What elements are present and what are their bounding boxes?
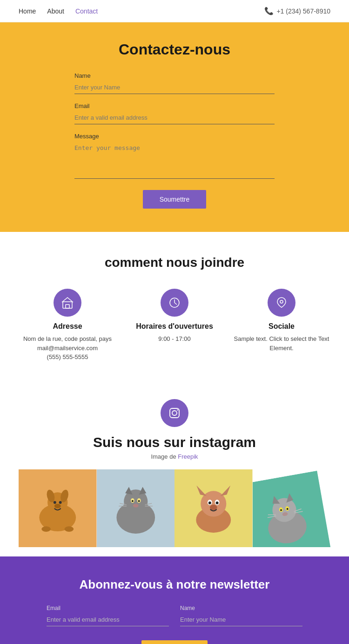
social-card-text: Sample text. Click to select the Text El… (233, 334, 330, 353)
svg-point-16 (54, 503, 61, 508)
reach-card-hours: Horaires d'ouvertures 9:00 - 17:00 (126, 289, 223, 362)
address-card-text: Nom de la rue, code postal, paysmail@mai… (23, 334, 112, 362)
contact-section: Contactez-nous Name Email Message Soumet… (0, 22, 349, 232)
photo-grid (19, 469, 330, 548)
svg-point-5 (280, 300, 283, 303)
newsletter-email-input[interactable] (47, 613, 169, 626)
svg-rect-1 (66, 305, 69, 308)
svg-line-4 (174, 303, 177, 305)
nav-links: Home About Contact (19, 7, 98, 15)
newsletter-submit-button[interactable]: Soumettre (141, 640, 207, 644)
newsletter-fields: Email Name (47, 605, 302, 626)
newsletter-section: Abonnez-vous à notre newsletter Email Na… (0, 556, 349, 644)
svg-point-26 (131, 500, 133, 502)
name-label: Name (74, 72, 275, 79)
reach-title: comment nous joindre (19, 255, 330, 270)
instagram-section: Suis nous sur instagram Image de Freepik (0, 380, 349, 557)
instagram-caption: Image de Freepik (19, 453, 330, 460)
nav-about[interactable]: About (47, 7, 64, 15)
message-label: Message (74, 133, 275, 140)
hours-card-text: 9:00 - 17:00 (158, 334, 190, 344)
svg-point-7 (172, 411, 177, 415)
reach-section: comment nous joindre Adresse Nom de la r… (0, 232, 349, 380)
email-label: Email (74, 102, 275, 109)
svg-point-14 (54, 501, 56, 503)
contact-title: Contactez-nous (74, 41, 275, 58)
reach-cards: Adresse Nom de la rue, code postal, pays… (19, 289, 330, 362)
svg-point-40 (208, 501, 211, 504)
photo-2 (97, 469, 175, 548)
message-field-group: Message (74, 133, 275, 181)
phone-number: 📞 +1 (234) 567-8910 (264, 7, 330, 15)
reach-card-social: Sociale Sample text. Click to select the… (233, 289, 330, 362)
hours-icon (161, 289, 188, 317)
name-field-group: Name (74, 72, 275, 94)
newsletter-name-input[interactable] (180, 613, 302, 626)
freepik-link[interactable]: Freepik (178, 453, 198, 460)
instagram-title: Suis nous sur instagram (19, 434, 330, 450)
svg-point-17 (41, 526, 51, 532)
name-input[interactable] (74, 81, 275, 94)
social-card-title: Sociale (268, 322, 295, 331)
nav-home[interactable]: Home (19, 7, 36, 15)
social-icon (268, 289, 295, 317)
phone-icon: 📞 (264, 7, 274, 15)
newsletter-email-group: Email (47, 605, 169, 626)
svg-point-8 (177, 409, 178, 410)
reach-card-address: Adresse Nom de la rue, code postal, pays… (19, 289, 116, 362)
newsletter-name-label: Name (180, 605, 302, 611)
svg-point-18 (65, 526, 74, 532)
svg-point-15 (59, 501, 62, 503)
message-input[interactable] (74, 142, 275, 179)
address-icon (54, 289, 81, 317)
contact-submit-button[interactable]: Soumettre (143, 190, 207, 209)
instagram-icon (161, 399, 188, 427)
svg-point-41 (216, 501, 219, 504)
hours-card-title: Horaires d'ouvertures (136, 322, 213, 331)
svg-point-27 (138, 500, 140, 502)
navbar: Home About Contact 📞 +1 (234) 567-8910 (0, 0, 349, 22)
photo-3 (174, 469, 253, 548)
phone-text: +1 (234) 567-8910 (276, 7, 330, 15)
address-card-title: Adresse (53, 322, 82, 331)
newsletter-title: Abonnez-vous à notre newsletter (47, 577, 302, 592)
svg-rect-0 (63, 302, 72, 308)
nav-contact[interactable]: Contact (75, 7, 98, 15)
photo-4 (253, 469, 331, 548)
photo-1 (19, 469, 97, 548)
email-input[interactable] (74, 111, 275, 124)
newsletter-email-label: Email (47, 605, 169, 611)
svg-point-28 (133, 503, 138, 507)
newsletter-name-group: Name (180, 605, 302, 626)
email-field-group: Email (74, 102, 275, 124)
